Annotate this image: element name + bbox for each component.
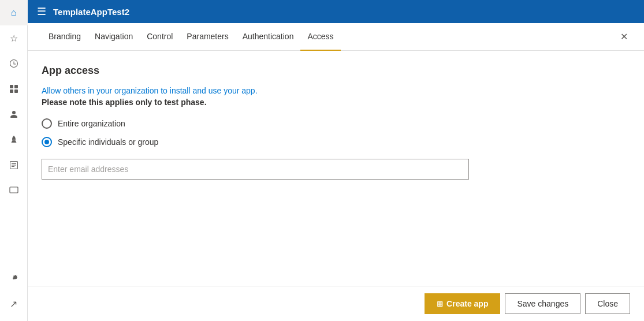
sidebar-item-apps[interactable]	[0, 76, 28, 102]
radio-option-specific[interactable]: Specific individuals or group	[42, 137, 630, 147]
tab-control[interactable]: Control	[140, 23, 180, 51]
sidebar-item-rocket[interactable]	[0, 127, 28, 152]
sidebar-item-external[interactable]: ↗	[0, 291, 28, 316]
svg-rect-1	[14, 85, 18, 88]
tab-parameters[interactable]: Parameters	[180, 23, 235, 51]
sidebar-item-settings[interactable]	[0, 266, 28, 291]
email-input[interactable]	[42, 159, 469, 180]
svg-rect-3	[14, 89, 18, 93]
radio-circle-entire-org	[42, 118, 52, 129]
tab-authentication[interactable]: Authentication	[236, 23, 301, 51]
main-panel: ☰ TemplateAppTest2 Branding Navigation C…	[28, 0, 644, 321]
sidebar-item-recent[interactable]	[0, 51, 28, 76]
radio-label-entire-org: Entire organization	[58, 119, 125, 128]
page-content: App access Allow others in your organiza…	[28, 51, 644, 286]
save-changes-label: Save changes	[517, 299, 568, 308]
topbar: ☰ TemplateAppTest2	[28, 0, 644, 23]
tab-branding[interactable]: Branding	[42, 23, 88, 51]
section-title: App access	[42, 65, 630, 77]
close-label: Close	[597, 299, 618, 308]
svg-rect-2	[10, 89, 13, 93]
save-changes-button[interactable]: Save changes	[505, 293, 580, 314]
radio-option-entire-org[interactable]: Entire organization	[42, 118, 630, 129]
create-app-label: Create app	[446, 299, 488, 308]
access-radio-group: Entire organization Specific individuals…	[42, 118, 630, 147]
close-panel-icon[interactable]: ✕	[618, 29, 630, 44]
sidebar: ⌂ ☆ ↗	[0, 0, 28, 321]
create-app-button[interactable]: ⊞ Create app	[425, 293, 500, 314]
sidebar-item-screen[interactable]	[0, 178, 28, 203]
sidebar-bottom: ↗	[0, 266, 28, 321]
radio-label-specific: Specific individuals or group	[58, 137, 158, 147]
note-text: Please note this applies only to test ph…	[42, 98, 630, 107]
create-app-icon: ⊞	[437, 300, 443, 308]
sidebar-item-home[interactable]: ⌂	[0, 0, 28, 25]
sidebar-item-people[interactable]	[0, 102, 28, 127]
footer: ⊞ Create app Save changes Close	[28, 286, 644, 321]
hamburger-icon[interactable]: ☰	[37, 5, 46, 18]
svg-rect-0	[10, 85, 13, 88]
radio-circle-specific	[42, 137, 52, 147]
description-text: Allow others in your organization to ins…	[42, 86, 630, 95]
close-button[interactable]: Close	[585, 293, 630, 314]
app-title: TemplateAppTest2	[53, 7, 129, 17]
svg-rect-4	[10, 187, 18, 193]
sidebar-item-book[interactable]	[0, 152, 28, 178]
sidebar-item-favorites[interactable]: ☆	[0, 25, 28, 51]
tab-navigation[interactable]: Navigation	[88, 23, 140, 51]
tabs-bar: Branding Navigation Control Parameters A…	[28, 23, 644, 51]
tab-access[interactable]: Access	[300, 23, 340, 51]
content-area: Branding Navigation Control Parameters A…	[28, 23, 644, 321]
